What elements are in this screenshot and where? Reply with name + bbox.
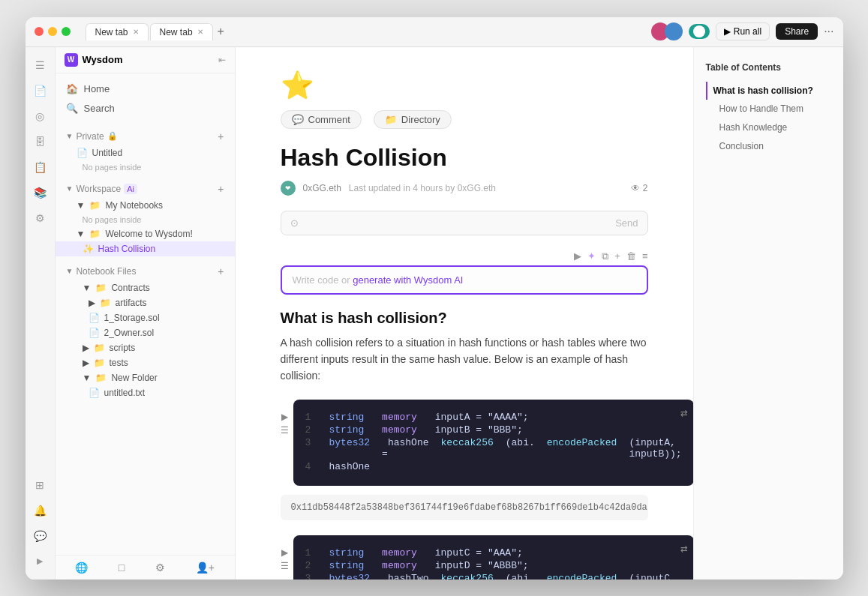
section1-title: What is hash collision?: [281, 310, 648, 327]
code-input-field[interactable]: Write code or generate with Wysdom AI: [281, 265, 648, 295]
private-section: ▼ Private 🔒 + 📄 Untitled No pages inside: [56, 124, 235, 177]
tab-2[interactable]: New tab ✕: [150, 23, 213, 40]
lines-icon-1[interactable]: ☰: [281, 425, 289, 436]
ai-generate-link[interactable]: generate with Wysdom AI: [353, 274, 463, 286]
tab-1[interactable]: New tab ✕: [86, 23, 149, 40]
app-window: New tab ✕ New tab ✕ + ▶ Run all Share ··…: [26, 17, 843, 580]
notebook-files-label: Notebook Files: [76, 266, 136, 277]
toc-item-0[interactable]: What is hash collision?: [706, 82, 831, 100]
toolbar-add-icon[interactable]: +: [614, 250, 620, 262]
toc-item-1[interactable]: How to Handle Them: [706, 100, 831, 118]
sidebar-item-contracts[interactable]: ▼ 📁 Contracts: [56, 280, 235, 295]
sidebar-nav: 🏠 Home 🔍 Search: [56, 73, 235, 124]
sidebar-item-hash-collision[interactable]: ✨ Hash Collision: [56, 241, 235, 256]
sidebar-item-artifacts[interactable]: ▶ 📁 artifacts: [56, 295, 235, 310]
refresh-icon-2[interactable]: ⇄: [680, 541, 688, 556]
share-button[interactable]: Share: [776, 23, 818, 40]
directory-action[interactable]: 📁 Directory: [374, 110, 452, 129]
tab-2-close[interactable]: ✕: [197, 28, 203, 36]
more-button[interactable]: ···: [824, 25, 833, 38]
run-all-button[interactable]: ▶ Run all: [716, 22, 770, 40]
play-icon-1[interactable]: ▶: [281, 412, 288, 422]
play-icon-2[interactable]: ▶: [281, 547, 288, 558]
notebook-files-chevron: ▼: [66, 267, 74, 275]
toc-item-3[interactable]: Conclusion: [706, 137, 831, 156]
toggle-dot: [693, 25, 705, 37]
tab-1-close[interactable]: ✕: [133, 28, 139, 36]
scripts-icon: 📁: [94, 343, 105, 353]
minimize-button[interactable]: [48, 27, 57, 36]
sidebar-item-new-folder[interactable]: ▼ 📁 New Folder: [56, 370, 235, 385]
sidebar-collapse-button[interactable]: ⇤: [218, 55, 226, 65]
content-area: ⭐ 💬 Comment 📁 Directory Hash Collision ❤…: [236, 47, 843, 580]
toolbar-delete-icon[interactable]: 🗑: [626, 250, 636, 262]
eye-icon: 👁: [631, 183, 640, 193]
lines-icon-2[interactable]: ☰: [281, 561, 289, 571]
avatars: [651, 22, 683, 40]
toolbar-play-icon[interactable]: ▶: [574, 250, 581, 262]
tab-1-label: New tab: [95, 27, 128, 37]
settings-icon[interactable]: ⚙: [29, 208, 50, 229]
nav-home[interactable]: 🏠 Home: [56, 79, 235, 99]
sidebar-bottom: 🌐 □ ⚙ 👤+: [56, 555, 235, 580]
workspace-section-header[interactable]: ▼ Workspace Ai +: [56, 180, 235, 198]
sidebar-toggle-icon[interactable]: ☰: [29, 55, 50, 76]
layout-icon[interactable]: □: [119, 562, 125, 574]
sidebar-item-scripts[interactable]: ▶ 📁 scripts: [56, 340, 235, 355]
workspace-add-button[interactable]: +: [218, 183, 224, 195]
scripts-chevron: ▶: [83, 343, 89, 353]
titlebar: New tab ✕ New tab ✕ + ▶ Run all Share ··…: [26, 17, 843, 47]
notebooks-icon: 📁: [89, 200, 101, 211]
maximize-button[interactable]: [62, 27, 71, 36]
doc-meta: ❤ 0xGG.eth Last updated in 4 hours by 0x…: [281, 181, 648, 196]
bell-icon[interactable]: 🔔: [29, 500, 50, 521]
book-icon[interactable]: 📚: [29, 182, 50, 203]
traffic-lights: [35, 27, 71, 36]
doc-title: Hash Collision: [281, 144, 648, 172]
grid-icon[interactable]: ⊞: [29, 475, 50, 496]
welcome-chevron: ▼: [77, 229, 86, 239]
notebook-files-header[interactable]: ▼ Notebook Files +: [56, 262, 235, 280]
tab-add-button[interactable]: +: [218, 25, 224, 38]
toolbar-ai-icon[interactable]: ✦: [587, 250, 596, 262]
comment-action[interactable]: 💬 Comment: [281, 110, 362, 129]
toolbar-menu-icon[interactable]: ≡: [642, 250, 648, 262]
sidebar-item-welcome[interactable]: ▼ 📁 Welcome to Wysdom!: [56, 226, 235, 241]
sidebar-item-owner[interactable]: 📄 2_Owner.sol: [56, 325, 235, 340]
private-chevron: ▼: [66, 132, 74, 140]
settings-bottom-icon[interactable]: ⚙: [155, 562, 165, 574]
new-folder-icon: 📁: [95, 373, 107, 383]
expand-icon[interactable]: ▶: [29, 551, 50, 572]
toolbar-copy-icon[interactable]: ⧉: [602, 250, 608, 262]
sidebar-item-tests[interactable]: ▶ 📁 tests: [56, 355, 235, 370]
database-icon[interactable]: 🗄: [29, 131, 50, 152]
globe-icon[interactable]: 🌐: [75, 562, 88, 574]
new-folder-chevron: ▼: [83, 373, 92, 383]
code-line-2-1: 1 string memory inputC = "AAA";: [305, 547, 682, 559]
code-line-1-4: 4 hashOne: [305, 461, 682, 472]
sidebar-item-my-notebooks[interactable]: ▼ 📁 My Notebooks: [56, 198, 235, 213]
pages-icon[interactable]: 📄: [29, 80, 50, 101]
sidebar-item-untitled-txt[interactable]: 📄 untitled.txt: [56, 385, 235, 400]
toc-title: Table of Contents: [706, 62, 831, 73]
nav-search[interactable]: 🔍 Search: [56, 99, 235, 118]
user-add-icon[interactable]: 👤+: [196, 562, 215, 574]
graph-icon[interactable]: ◎: [29, 106, 50, 127]
code-line-2-2: 2 string memory inputD = "ABBB";: [305, 560, 682, 571]
code-block-1: ⇄ 1 string memory inputA = "AAAA"; 2 str…: [293, 400, 693, 486]
refresh-icon-1[interactable]: ⇄: [680, 406, 688, 421]
notebook-files-add-button[interactable]: +: [218, 265, 224, 277]
chat-icon[interactable]: 💬: [29, 526, 50, 547]
welcome-icon: 📁: [89, 229, 101, 239]
comment-circle-icon: ⊙: [290, 217, 299, 229]
toggle-pill[interactable]: [689, 24, 710, 39]
comment-label: Comment: [308, 114, 350, 125]
private-section-header[interactable]: ▼ Private 🔒 +: [56, 127, 235, 145]
sidebar-item-storage[interactable]: 📄 1_Storage.sol: [56, 310, 235, 325]
sidebar-item-untitled[interactable]: 📄 Untitled: [56, 145, 235, 160]
directory-label: Directory: [401, 114, 440, 125]
document-icon[interactable]: 📋: [29, 157, 50, 178]
toc-item-2[interactable]: Hash Knowledge: [706, 118, 831, 137]
close-button[interactable]: [35, 27, 44, 36]
private-add-button[interactable]: +: [218, 130, 224, 142]
